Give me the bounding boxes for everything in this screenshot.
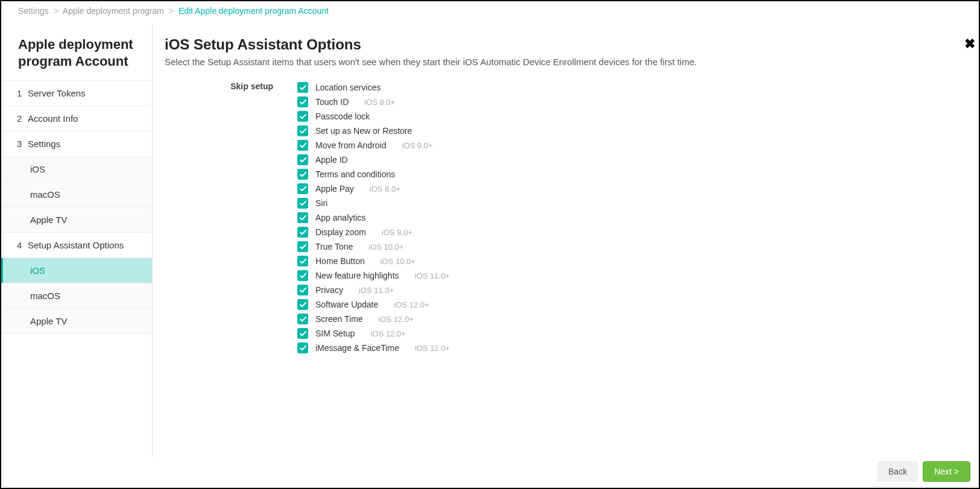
checkbox-checked-icon[interactable] <box>297 270 308 281</box>
checkbox-checked-icon[interactable] <box>297 227 308 238</box>
checkbox-checked-icon[interactable] <box>297 328 308 339</box>
option-label: Screen Time <box>315 314 363 324</box>
sidebar-nav: 1Server Tokens2Account Info3SettingsiOSm… <box>1 80 152 334</box>
sidebar-subitem[interactable]: iOS <box>1 157 152 182</box>
option-label: Move from Android <box>315 140 387 150</box>
sidebar-item-label: Apple TV <box>30 215 67 225</box>
breadcrumb-item[interactable]: Settings <box>18 6 49 16</box>
option-label: Display zoom <box>315 227 366 237</box>
checkbox-checked-icon[interactable] <box>297 256 308 267</box>
option-row: Apple ID <box>297 153 961 167</box>
option-hint: iOS 11.3+ <box>359 286 394 295</box>
option-row: Passcode lock <box>297 109 961 124</box>
checkbox-checked-icon[interactable] <box>297 299 308 310</box>
sidebar-item-label: Setup Assistant Options <box>28 240 124 250</box>
sidebar-subitem[interactable]: macOS <box>1 283 152 309</box>
option-label: App analytics <box>315 213 365 222</box>
breadcrumb: Settings > Apple deployment program > Ed… <box>1 1 979 19</box>
option-label: New feature highlights <box>315 271 399 280</box>
option-row: New feature highlightsiOS 11.0+ <box>297 268 961 283</box>
option-row: Location services <box>297 80 961 95</box>
checkbox-checked-icon[interactable] <box>297 241 308 252</box>
option-label: Passcode lock <box>315 112 370 121</box>
option-row: Siri <box>297 196 961 210</box>
option-label: Home Button <box>315 256 365 266</box>
option-hint: iOS 12.0+ <box>370 329 405 338</box>
option-label: Location services <box>315 83 381 92</box>
option-label: Touch ID <box>315 97 349 107</box>
sidebar-item-label: Account Info <box>28 113 78 124</box>
sidebar-item-label: iOS <box>30 265 45 276</box>
option-row: Set up as New or Restore <box>297 124 961 138</box>
sidebar-item[interactable]: 4Setup Assistant Options <box>1 233 152 258</box>
sidebar-subitem[interactable]: Apple TV <box>1 207 152 233</box>
option-hint: iOS 8.0+ <box>364 98 395 107</box>
option-hint: iOS 10.0+ <box>381 257 416 266</box>
checkbox-checked-icon[interactable] <box>297 212 308 223</box>
option-row: Home ButtoniOS 10.0+ <box>297 254 961 268</box>
breadcrumb-item[interactable]: Apple deployment program <box>63 6 164 16</box>
option-hint: iOS 10.0+ <box>368 242 403 251</box>
sidebar-item-label: macOS <box>30 189 60 200</box>
next-button[interactable]: Next > <box>923 461 970 482</box>
option-label: Privacy <box>315 285 343 295</box>
option-label: Apple Pay <box>315 184 354 194</box>
checkbox-checked-icon[interactable] <box>297 96 308 107</box>
option-hint: iOS 12.0+ <box>394 300 429 309</box>
sidebar-item-label: Server Tokens <box>28 88 86 98</box>
sidebar: Apple deployment program Account 1Server… <box>1 25 153 458</box>
sidebar-item-label: Settings <box>28 139 60 149</box>
breadcrumb-item-active: Edit Apple deployment program Account <box>179 6 329 16</box>
checkbox-checked-icon[interactable] <box>297 154 308 165</box>
checkbox-checked-icon[interactable] <box>297 342 308 353</box>
checkbox-checked-icon[interactable] <box>297 125 308 136</box>
sidebar-item[interactable]: 2Account Info <box>1 106 152 131</box>
option-label: True Tone <box>315 242 353 251</box>
checkbox-checked-icon[interactable] <box>297 111 308 122</box>
option-hint: iOS 9.0+ <box>402 141 433 150</box>
checkbox-checked-icon[interactable] <box>297 285 308 295</box>
option-hint: iOS 12.0+ <box>415 344 450 353</box>
option-label: Set up as New or Restore <box>315 126 412 136</box>
option-row: Move from AndroidiOS 9.0+ <box>297 138 961 153</box>
page-subtitle: Select the Setup Assistant items that us… <box>165 57 961 67</box>
sidebar-subitem[interactable]: Apple TV <box>1 309 152 334</box>
options-list: Location servicesTouch IDiOS 8.0+Passcod… <box>297 80 961 355</box>
sidebar-item-label: iOS <box>30 164 45 174</box>
option-label: Terms and conditions <box>315 169 395 179</box>
sidebar-item[interactable]: 3Settings <box>1 131 152 157</box>
sidebar-item-number: 2 <box>17 113 28 124</box>
footer: Back Next > <box>877 461 970 482</box>
close-icon[interactable]: ✖ <box>964 36 975 52</box>
sidebar-item-number: 4 <box>17 240 28 250</box>
breadcrumb-separator: > <box>53 6 58 16</box>
sidebar-item-number: 3 <box>17 139 28 149</box>
checkbox-checked-icon[interactable] <box>297 82 308 93</box>
checkbox-checked-icon[interactable] <box>297 169 308 180</box>
page-title: iOS Setup Assistant Options <box>165 36 961 53</box>
checkbox-checked-icon[interactable] <box>297 140 308 151</box>
checkbox-checked-icon[interactable] <box>297 198 308 209</box>
option-hint: iOS 11.0+ <box>415 271 450 280</box>
option-row: Terms and conditions <box>297 167 961 181</box>
option-hint: iOS 8.0+ <box>382 228 413 237</box>
option-label: iMessage & FaceTime <box>315 343 399 353</box>
option-row: Touch IDiOS 8.0+ <box>297 95 961 109</box>
sidebar-title: Apple deployment program Account <box>1 36 152 80</box>
main: ✖ iOS Setup Assistant Options Select the… <box>153 25 979 458</box>
option-row: Display zoomiOS 8.0+ <box>297 225 961 239</box>
option-row: SIM SetupiOS 12.0+ <box>297 326 961 341</box>
sidebar-subitem[interactable]: macOS <box>1 182 152 207</box>
option-row: Screen TimeiOS 12.0+ <box>297 312 961 326</box>
checkbox-checked-icon[interactable] <box>297 314 308 324</box>
back-button[interactable]: Back <box>877 461 918 482</box>
option-row: App analytics <box>297 210 961 225</box>
checkbox-checked-icon[interactable] <box>297 183 308 194</box>
option-label: SIM Setup <box>315 329 355 338</box>
option-row: iMessage & FaceTimeiOS 12.0+ <box>297 341 961 355</box>
option-row: PrivacyiOS 11.3+ <box>297 283 961 297</box>
option-row: True ToneiOS 10.0+ <box>297 239 961 254</box>
breadcrumb-separator: > <box>169 6 174 16</box>
sidebar-item[interactable]: 1Server Tokens <box>1 81 152 106</box>
sidebar-subitem[interactable]: iOS <box>1 258 152 283</box>
